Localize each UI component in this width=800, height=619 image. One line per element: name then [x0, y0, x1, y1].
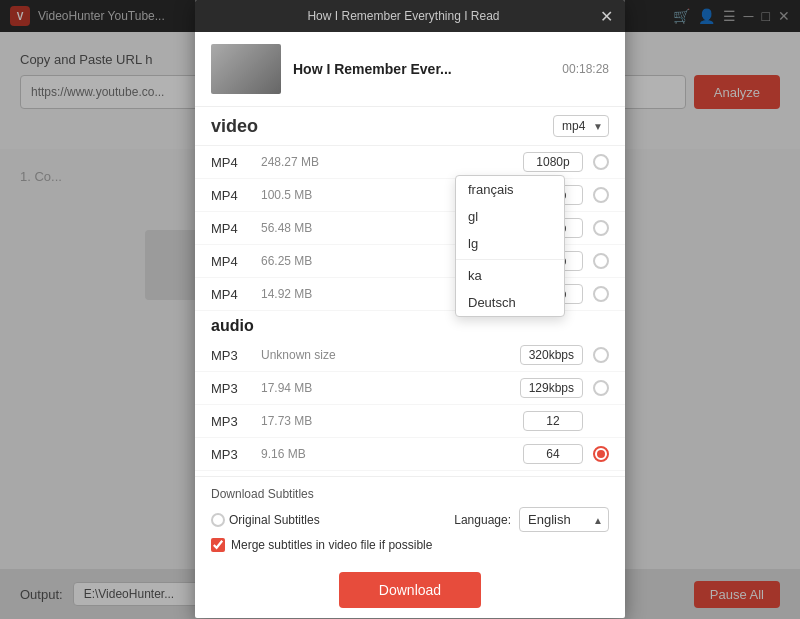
subtitles-row: Original Subtitles Language: English fra… [211, 507, 609, 532]
format-list[interactable]: MP4 248.27 MB 1080p MP4 100.5 MB 720p MP… [195, 146, 625, 476]
lang-lg[interactable]: lg [456, 230, 564, 257]
download-button[interactable]: Download [339, 572, 481, 608]
modal-header: How I Remember Ever... 00:18:28 [195, 32, 625, 107]
modal-titlebar: How I Remember Everything I Read ✕ [195, 0, 625, 32]
radio-480p[interactable] [593, 220, 609, 236]
language-select-wrapper: English français gl lg ka Deutsch ▲ [519, 507, 609, 532]
merge-checkbox[interactable] [211, 538, 225, 552]
download-modal: How I Remember Everything I Read ✕ How I… [195, 0, 625, 618]
audio-item-320[interactable]: MP3 Unknown size 320kbps [195, 339, 625, 372]
dropdown-divider [456, 259, 564, 260]
subtitles-title: Download Subtitles [211, 487, 609, 501]
original-subtitles-text: Original Subtitles [229, 513, 320, 527]
radio-240p[interactable] [593, 286, 609, 302]
language-select[interactable]: English français gl lg ka Deutsch [519, 507, 609, 532]
modal-title: How I Remember Everything I Read [207, 9, 600, 23]
radio-1080p[interactable] [593, 154, 609, 170]
lang-deutsch[interactable]: Deutsch [456, 289, 564, 316]
merge-checkbox-row: Merge subtitles in video file if possibl… [211, 538, 609, 552]
format-select-wrapper: mp4 mkv avi mov ▼ [553, 115, 609, 137]
radio-720p[interactable] [593, 187, 609, 203]
original-subtitles-label[interactable]: Original Subtitles [211, 513, 320, 527]
video-duration: 00:18:28 [562, 62, 609, 76]
format-select-row: video mp4 mkv avi mov ▼ [195, 107, 625, 146]
lang-francais[interactable]: français [456, 176, 564, 203]
modal-close-button[interactable]: ✕ [600, 7, 613, 26]
original-subtitles-radio[interactable] [211, 513, 225, 527]
modal-footer: Download [195, 562, 625, 618]
audio-item-51[interactable]: MP3 7.17 MB 51 [195, 471, 625, 476]
subtitles-section: Download Subtitles Original Subtitles La… [195, 476, 625, 562]
language-dropdown[interactable]: français gl lg ka Deutsch [455, 175, 565, 317]
radio-64kbps[interactable] [593, 446, 609, 462]
video-thumbnail [211, 44, 281, 94]
radio-360p[interactable] [593, 253, 609, 269]
lang-gl[interactable]: gl [456, 203, 564, 230]
radio-129kbps[interactable] [593, 380, 609, 396]
video-section-header: video [211, 116, 553, 137]
lang-ka[interactable]: ka [456, 262, 564, 289]
audio-item-128[interactable]: MP3 17.73 MB 12 français gl lg ka Deutsc… [195, 405, 625, 438]
format-select[interactable]: mp4 mkv avi mov [553, 115, 609, 137]
language-label: Language: [454, 513, 511, 527]
audio-item-64[interactable]: MP3 9.16 MB 64 [195, 438, 625, 471]
radio-320kbps[interactable] [593, 347, 609, 363]
thumbnail-image [211, 44, 281, 94]
merge-label: Merge subtitles in video file if possibl… [231, 538, 432, 552]
video-title: How I Remember Ever... [293, 61, 550, 77]
audio-item-129[interactable]: MP3 17.94 MB 129kbps [195, 372, 625, 405]
